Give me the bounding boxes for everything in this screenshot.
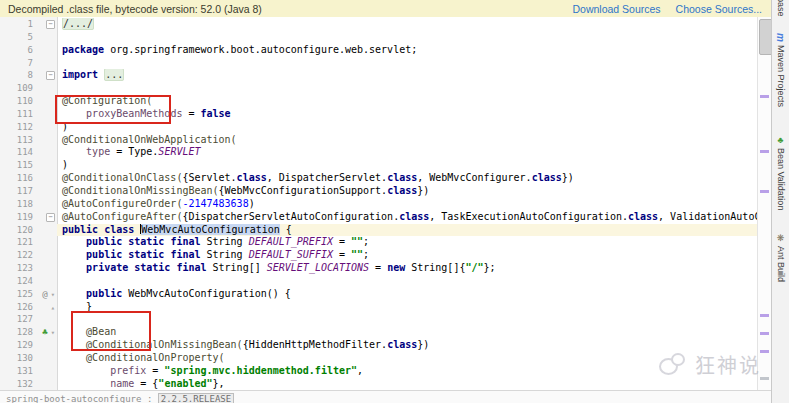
download-sources-link[interactable]: Download Sources <box>572 3 660 15</box>
code-lines: 1−/.../56package org.springframework.boo… <box>0 18 758 390</box>
code-line[interactable]: 121 public static final String DEFAULT_P… <box>0 236 758 249</box>
code-token: , WebMvcConfigurer. <box>417 172 531 183</box>
code-line[interactable]: 8−import ... <box>0 69 758 82</box>
code-line[interactable]: 110@Configuration( <box>0 95 758 108</box>
error-stripe-mark[interactable] <box>760 377 769 380</box>
code-token: /.../ <box>62 18 94 30</box>
code-token <box>62 288 86 299</box>
code-token: String[]{ <box>405 262 465 273</box>
code-line[interactable]: 116@ConditionalOnClass({Servlet.class, D… <box>0 172 758 185</box>
fold-marker[interactable]: − <box>46 20 55 29</box>
fold-marker[interactable]: − <box>46 71 55 80</box>
maven-icon: m <box>775 33 786 42</box>
code-text: @ConditionalOnProperty( <box>57 352 758 365</box>
code-line[interactable]: 7 <box>0 57 758 70</box>
code-token: @ConditionalOnWebApplication( <box>62 134 237 145</box>
code-token: } <box>62 301 92 312</box>
code-line[interactable]: 119−@AutoConfigureAfter({DispatcherServl… <box>0 211 758 224</box>
code-token: import <box>62 69 98 80</box>
code-token: }; <box>484 262 496 273</box>
editor-scrollbar[interactable] <box>757 17 772 390</box>
spring-bean-icon[interactable]: ♣ <box>42 327 47 337</box>
code-text: prefix = "spring.mvc.hiddenmethod.filter… <box>57 365 758 378</box>
bean-validation-icon: ♣ <box>776 135 786 145</box>
gutter-cell <box>33 262 57 275</box>
line-number: 112 <box>0 121 33 134</box>
code-line[interactable]: 6package org.springframework.boot.autoco… <box>0 44 758 57</box>
code-line[interactable]: 126▴ } <box>0 301 758 314</box>
code-line[interactable]: 5 <box>0 31 758 44</box>
code-token: DEFAULT_SUFFIX <box>249 249 333 260</box>
choose-sources-link[interactable]: Choose Sources... <box>676 3 762 15</box>
tool-tab-bean-validation[interactable]: ♣ Bean Validation <box>772 135 789 210</box>
code-token: class <box>387 185 417 196</box>
fold-marker[interactable]: ▾ <box>51 289 55 301</box>
error-stripe-mark[interactable] <box>760 95 769 98</box>
code-token: @ConditionalOnClass( <box>62 172 182 183</box>
code-token: ... <box>104 69 124 81</box>
code-token: {HiddenHttpMethodFilter. <box>243 339 388 350</box>
code-token <box>62 249 86 260</box>
code-line[interactable]: 130 @ConditionalOnProperty( <box>0 352 758 365</box>
tool-tab-maven-projects[interactable]: m Maven Projects <box>772 33 789 107</box>
fold-marker[interactable]: − <box>46 213 55 222</box>
code-line[interactable]: 127 <box>0 313 758 326</box>
code-line[interactable]: 131 prefix = "spring.mvc.hiddenmethod.fi… <box>0 365 758 378</box>
fold-marker[interactable]: ▴ <box>51 302 55 314</box>
override-at-icon[interactable]: @ <box>42 289 47 299</box>
gutter-cell <box>33 82 57 95</box>
code-token <box>62 236 86 247</box>
tool-tab-ant-build[interactable]: ❋ Ant Build <box>772 233 789 282</box>
gutter-cell <box>33 313 57 326</box>
gutter-cell <box>33 378 57 390</box>
code-text: ) <box>57 159 758 172</box>
gutter-cell <box>33 275 57 288</box>
code-line[interactable]: 129 @ConditionalOnMissingBean({HiddenHtt… <box>0 339 758 352</box>
code-token <box>62 108 86 119</box>
code-token: "/" <box>465 262 483 273</box>
code-line[interactable]: 111 proxyBeanMethods = false <box>0 108 758 121</box>
line-number: 127 <box>0 313 33 326</box>
code-line[interactable]: 1−/.../ <box>0 18 758 31</box>
code-line[interactable]: 128♣▾ @Bean <box>0 326 758 339</box>
code-token: prefix <box>110 365 146 376</box>
gutter-cell <box>33 159 57 172</box>
code-line[interactable]: 114 type = Type.SERVLET <box>0 146 758 159</box>
code-text: @ConditionalOnMissingBean({HiddenHttpMet… <box>57 339 758 352</box>
fold-marker[interactable]: ▾ <box>51 327 55 339</box>
code-token: class <box>387 172 417 183</box>
code-line[interactable]: 124 <box>0 275 758 288</box>
code-text <box>57 57 758 70</box>
gutter-cell <box>33 95 57 108</box>
code-line[interactable]: 120public class WebMvcAutoConfiguration … <box>0 224 758 237</box>
code-line[interactable]: 122 public static final String DEFAULT_S… <box>0 249 758 262</box>
code-line[interactable]: 115) <box>0 159 758 172</box>
code-text: @AutoConfigureOrder(-2147483638) <box>57 198 758 211</box>
code-token: }) <box>417 185 429 196</box>
gutter-cell <box>33 339 57 352</box>
gutter-cell: − <box>33 69 57 82</box>
code-editor[interactable]: 1−/.../56package org.springframework.boo… <box>0 17 772 390</box>
code-line[interactable]: 117@ConditionalOnMissingBean({WebMvcConf… <box>0 185 758 198</box>
gutter-cell <box>33 146 57 159</box>
code-line[interactable]: 112) <box>0 121 758 134</box>
code-token: = <box>369 262 387 273</box>
code-line[interactable]: 118@AutoConfigureOrder(-2147483638) <box>0 198 758 211</box>
gutter-cell: − <box>33 18 57 31</box>
ant-icon: ❋ <box>776 233 786 243</box>
error-stripe-mark[interactable] <box>760 332 769 335</box>
error-stripe-mark[interactable] <box>760 350 769 353</box>
error-stripe-mark[interactable] <box>760 150 769 153</box>
code-token: public class <box>62 224 134 235</box>
tool-tab-database[interactable]: base <box>772 0 789 17</box>
code-line[interactable]: 113@ConditionalOnWebApplication( <box>0 134 758 147</box>
code-token <box>62 365 110 376</box>
error-stripe-mark[interactable] <box>760 190 769 193</box>
code-token: , ValidationAutoCon <box>658 211 758 222</box>
code-token: -2147483638 <box>182 198 248 209</box>
error-stripe-mark[interactable] <box>760 314 769 317</box>
code-line[interactable]: 125@▾ public WebMvcAutoConfiguration() { <box>0 288 758 301</box>
code-line[interactable]: 123 private static final String[] SERVLE… <box>0 262 758 275</box>
code-line[interactable]: 109 <box>0 82 758 95</box>
code-line[interactable]: 132 name = {"enabled"}, <box>0 378 758 390</box>
